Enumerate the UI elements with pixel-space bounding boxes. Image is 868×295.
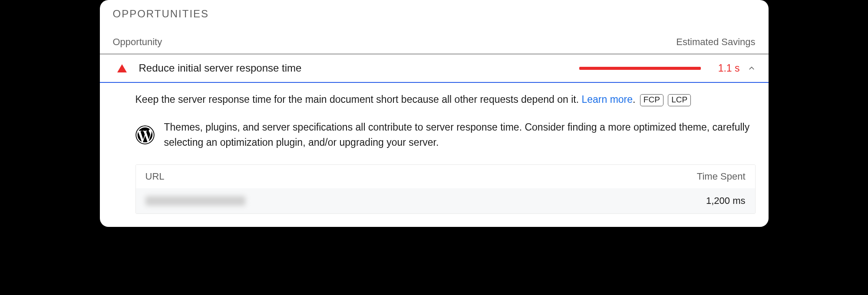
description-post: . [633,94,638,105]
table-col-url: URL [145,171,165,182]
column-header-row: Opportunity Estimated Savings [100,25,769,54]
metric-tag-fcp: FCP [640,94,663,106]
section-title: OPPORTUNITIES [100,8,769,25]
opportunity-description: Keep the server response time for the ma… [135,92,756,107]
opportunities-panel: OPPORTUNITIES Opportunity Estimated Savi… [100,0,769,227]
opportunity-title: Reduce initial server response time [139,62,579,74]
url-table: URL Time Spent 1,200 ms [135,164,756,214]
column-header-opportunity: Opportunity [113,36,162,48]
savings-value: 1.1 s [714,62,740,74]
learn-more-link[interactable]: Learn more [581,94,633,105]
column-header-savings: Estimated Savings [676,36,755,48]
metric-tag-lcp: LCP [668,94,691,106]
opportunity-row[interactable]: Reduce initial server response time 1.1 … [100,54,769,83]
wordpress-icon [135,125,155,144]
table-header: URL Time Spent [136,165,755,188]
url-cell-redacted [145,196,245,206]
time-spent-cell: 1,200 ms [706,195,746,206]
advice-text: Themes, plugins, and server specificatio… [164,120,756,150]
opportunity-details: Keep the server response time for the ma… [100,83,769,214]
warning-triangle-icon [117,64,127,72]
savings-bar [579,67,701,70]
table-row: 1,200 ms [136,188,755,213]
table-col-time: Time Spent [697,171,746,182]
chevron-up-icon[interactable] [748,64,756,72]
advice-row: Themes, plugins, and server specificatio… [135,120,756,150]
description-text: Keep the server response time for the ma… [135,94,582,105]
